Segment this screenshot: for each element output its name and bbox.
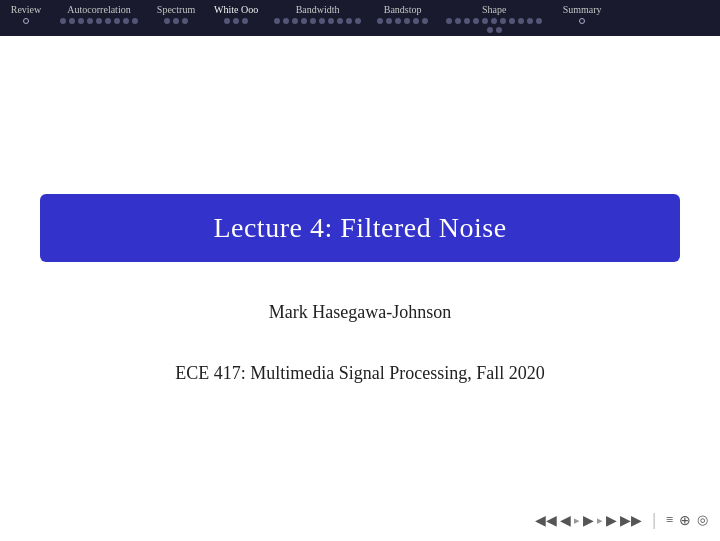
nav-dots-bandstop [377,18,428,24]
nav-bar: Review Autocorrelation Spectrum White Oo… [0,0,720,36]
nav-item-bandwidth[interactable]: Bandwidth [266,4,369,24]
nav-label-shape: Shape [482,4,506,15]
nav-label-review: Review [11,4,42,15]
last-page-button[interactable]: ▶▶ [620,512,642,529]
prev-page-button[interactable]: ◀ [560,512,571,529]
nav-dots-white [224,18,248,24]
divider: | [652,511,655,529]
nav-dots-shape [444,18,544,33]
nav-label-spectrum: Spectrum [157,4,195,15]
nav-dots-autocorrelation [60,18,138,24]
next-page-button[interactable]: ▶ [606,512,617,529]
nav-dots-summary [579,18,585,24]
slide-course: ECE 417: Multimedia Signal Processing, F… [175,363,544,384]
zoom-button[interactable]: ⊕ [679,512,691,529]
nav-dots-bandwidth [274,18,361,24]
nav-label-autocorrelation: Autocorrelation [67,4,130,15]
nav-item-autocorrelation[interactable]: Autocorrelation [52,4,146,24]
nav-label-summary: Summary [563,4,602,15]
nav-label-bandstop: Bandstop [384,4,422,15]
nav-separator-2: ▸ [597,514,603,527]
nav-label-white: White Ooo [214,4,258,15]
dot [23,18,29,24]
bottom-controls: ◀◀ ◀ ▸ ▶ ▸ ▶ ▶▶ | ≡ ⊕ ◎ [535,511,708,529]
nav-dots-spectrum [164,18,188,24]
slide-author: Mark Hasegawa-Johnson [269,302,451,323]
slide-title: Lecture 4: Filtered Noise [213,212,506,243]
first-page-button[interactable]: ◀◀ [535,512,557,529]
nav-item-spectrum[interactable]: Spectrum [146,4,206,24]
navigation-arrows: ◀◀ ◀ ▸ ▶ ▸ ▶ ▶▶ [535,512,642,529]
next-section-button[interactable]: ▶ [583,512,594,529]
nav-item-white[interactable]: White Ooo [206,4,266,24]
search-icon[interactable]: ◎ [697,512,708,528]
nav-item-bandstop[interactable]: Bandstop [369,4,436,24]
nav-item-summary[interactable]: Summary [552,4,612,24]
presenter-button[interactable]: ≡ [666,512,673,528]
slide-content: Lecture 4: Filtered Noise Mark Hasegawa-… [0,36,720,541]
title-box: Lecture 4: Filtered Noise [40,194,680,262]
nav-dots-review [23,18,29,24]
nav-separator-1: ▸ [574,514,580,527]
nav-item-shape[interactable]: Shape [436,4,552,33]
nav-label-bandwidth: Bandwidth [296,4,340,15]
nav-item-review[interactable]: Review [0,4,52,24]
